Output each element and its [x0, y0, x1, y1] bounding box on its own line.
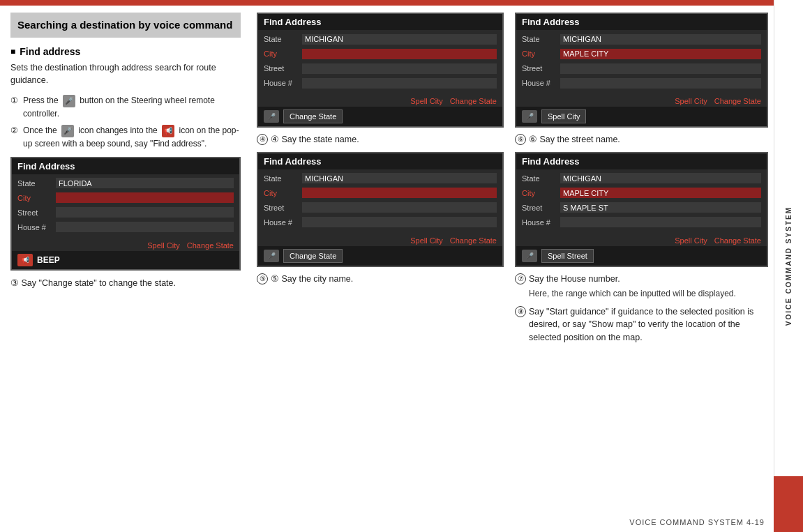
card1-footer: Spell City Change State: [12, 240, 239, 251]
step-2: ② Once the 🎤 icon changes into the 📢 ico…: [10, 124, 241, 150]
card2-row-house: House #: [264, 77, 497, 89]
step7: ⑦ Say the House number. Here, the range …: [515, 273, 768, 300]
step-1: ① Press the 🎤 button on the Steering whe…: [10, 94, 241, 120]
right-sidebar: VOICE COMMAND SYSTEM: [774, 0, 803, 532]
card3-row-city: City: [264, 187, 497, 199]
footer-text: VOICE COMMAND SYSTEM 4-19: [629, 518, 765, 526]
description: Sets the destination through address sea…: [10, 61, 241, 88]
card2-spell-city[interactable]: Spell City: [410, 97, 442, 105]
card2-field-state: MICHIGAN: [302, 34, 497, 45]
card3-spell-city[interactable]: Spell City: [410, 236, 442, 245]
section-header: Searching a destination by voice command: [10, 13, 241, 38]
card-2: Find Address State MICHIGAN City Street …: [257, 13, 504, 128]
step8: ⑧ Say "Start guidance" if guidance to th…: [515, 305, 768, 344]
card2-row-street: Street: [264, 62, 497, 75]
card4-spell-street-btn[interactable]: Spell Street: [541, 249, 594, 263]
card3-change-state[interactable]: Change State: [450, 236, 497, 245]
step8-num: ⑧: [515, 306, 526, 317]
card-1: Find Address State FLORIDA City Street H…: [10, 157, 241, 271]
card3-body: State MICHIGAN City Street House #: [258, 169, 502, 235]
card4-label-state: State: [522, 174, 560, 183]
card2-change-state[interactable]: Change State: [450, 97, 497, 105]
card-3: Find Address State MICHIGAN City Street …: [257, 152, 504, 267]
find-address-title: Find address: [10, 46, 241, 57]
card4-change-state[interactable]: Change State: [714, 236, 761, 245]
card4-footer: Spell City Change State: [516, 235, 767, 246]
card1-field-city: [56, 192, 234, 203]
card1-field-state: FLORIDA: [56, 178, 234, 188]
step7-main: Say the House number.: [529, 273, 736, 286]
card4-field-street: S MAPLE ST: [560, 202, 761, 213]
card2-title: Find Address: [258, 14, 502, 30]
icon-mic2: 🎤: [61, 125, 74, 137]
card4-label-street: Street: [522, 204, 560, 212]
card1-row-city: City: [17, 192, 234, 204]
card4-body: State MICHIGAN City MAPLE CITY Street S …: [516, 169, 767, 235]
card-tr-field-house: [560, 78, 761, 89]
main-content: Searching a destination by voice command…: [0, 6, 774, 532]
card2-field-street: [302, 63, 497, 74]
card1-bottom: 📢 BEEP: [12, 251, 239, 269]
card4-bottom: 🎤 Spell Street: [516, 246, 767, 266]
card4-label-city: City: [522, 189, 560, 197]
step5-num: ⑤: [257, 273, 268, 284]
step4-text: ④ Say the state name.: [271, 133, 359, 146]
card3-field-state: MICHIGAN: [302, 173, 497, 183]
card4-row-house: House #: [522, 216, 761, 229]
card3-title: Find Address: [258, 153, 502, 169]
card3-field-street: [302, 202, 497, 213]
card1-title: Find Address: [12, 158, 239, 174]
card4-field-house: [560, 217, 761, 227]
card4-title: Find Address: [516, 153, 767, 169]
card3-field-city: [302, 188, 497, 198]
card-tr-row-house: House #: [522, 77, 761, 89]
card3-label-city: City: [264, 189, 302, 197]
card1-label-city: City: [17, 194, 56, 202]
card4-field-state: MICHIGAN: [560, 173, 761, 183]
card3-label-state: State: [264, 174, 302, 183]
card4-row-city: City MAPLE CITY: [522, 187, 761, 199]
mic-icon: 🎤: [63, 95, 75, 107]
step7-num: ⑦: [515, 273, 526, 284]
card1-beep-label: BEEP: [37, 255, 60, 265]
card-tr-spell-city-btn[interactable]: Spell City: [541, 109, 586, 123]
card-tr-body: State MICHIGAN City MAPLE CITY Street Ho…: [516, 30, 767, 96]
card3-field-house: [302, 217, 497, 227]
card-tr-spell-city[interactable]: Spell City: [675, 97, 707, 105]
card3-row-street: Street: [264, 202, 497, 214]
card4-label-house: House #: [522, 218, 560, 227]
card-tr-footer: Spell City Change State: [516, 96, 767, 107]
card2-label-house: House #: [264, 79, 302, 87]
card3-change-state-btn[interactable]: Change State: [283, 249, 343, 263]
card3-bottom: 🎤 Change State: [258, 246, 502, 266]
step4-num: ④: [257, 134, 268, 145]
card2-change-state-btn[interactable]: Change State: [283, 109, 343, 123]
card2-field-house: [302, 78, 497, 89]
middle-column: Find Address State MICHIGAN City Street …: [251, 6, 509, 532]
sidebar-red-block: [774, 476, 803, 532]
card3-row-house: House #: [264, 216, 497, 229]
card2-row-state: State MICHIGAN: [264, 33, 497, 45]
card2-row-city: City: [264, 47, 497, 60]
step5: ⑤ ⑤ Say the city name.: [257, 273, 504, 286]
icon-beep: 📢: [162, 125, 174, 137]
card1-body: State FLORIDA City Street House #: [12, 174, 239, 240]
card1-change-state[interactable]: Change State: [187, 241, 234, 250]
card-tr-bottom: 🎤 Spell City: [516, 107, 767, 126]
card1-beep-icon: 📢: [17, 254, 33, 266]
card2-mic-icon: 🎤: [264, 110, 279, 123]
card1-spell-city[interactable]: Spell City: [147, 241, 179, 250]
card1-label-house: House #: [17, 223, 56, 231]
top-bar: [0, 0, 803, 6]
card2-label-street: Street: [264, 64, 302, 73]
card1-row-house: House #: [17, 221, 234, 234]
card3-label-street: Street: [264, 204, 302, 212]
card2-field-city: [302, 49, 497, 59]
card4-row-state: State MICHIGAN: [522, 172, 761, 185]
card2-label-city: City: [264, 50, 302, 58]
card-tr-label-state: State: [522, 35, 560, 43]
card4-spell-city[interactable]: Spell City: [675, 236, 707, 245]
step1-num: ①: [10, 94, 18, 107]
card-tr-change-state[interactable]: Change State: [714, 97, 761, 105]
step1-text: Press the 🎤 button on the Steering wheel…: [23, 96, 215, 119]
